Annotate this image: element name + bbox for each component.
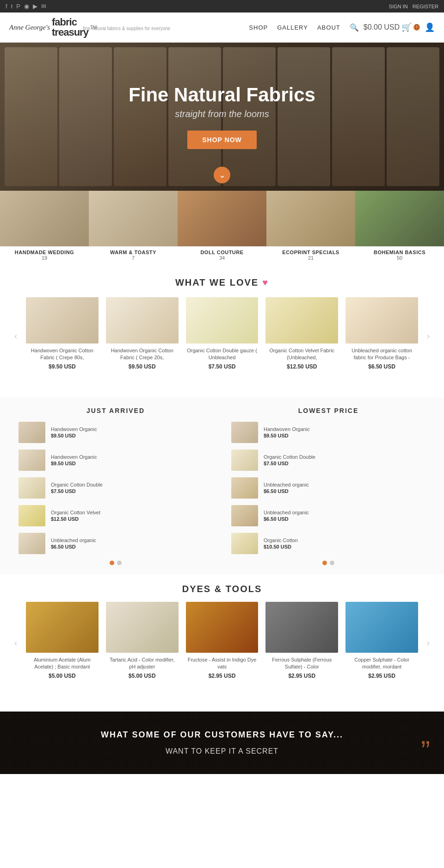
mini-thumbnail bbox=[18, 450, 45, 471]
list-item[interactable]: Organic Cotton Double $7.50 USD bbox=[18, 477, 213, 499]
dyes-prev-arrow[interactable]: ‹ bbox=[9, 602, 22, 684]
dye-name: Fructose - Assist in Indigo Dye vats bbox=[186, 656, 259, 671]
mini-price: $6.50 USD bbox=[264, 488, 426, 494]
cart-icon[interactable]: 🛒 bbox=[401, 22, 412, 32]
list-item[interactable]: Handwoven Organic $9.50 USD bbox=[18, 450, 213, 471]
dye-price: $5.00 USD bbox=[106, 673, 179, 679]
product-price: $7.50 USD bbox=[186, 363, 259, 370]
mini-info: Unbleached organic $6.50 USD bbox=[264, 510, 426, 522]
list-item[interactable]: Unbleached organic $6.50 USD bbox=[18, 533, 213, 554]
prev-arrow[interactable]: ‹ bbox=[9, 297, 22, 375]
lowest-price-col: LOWEST PRICE Handwoven Organic $9.50 USD… bbox=[222, 407, 435, 565]
dyes-title: DYES & TOOLS bbox=[9, 584, 435, 594]
mini-name: Organic Cotton Double bbox=[51, 482, 213, 487]
cart-button[interactable]: $0.00 USD 🛒 0 bbox=[364, 22, 420, 32]
list-item[interactable]: Organic Cotton Double $7.50 USD bbox=[231, 450, 426, 471]
main-nav: SHOP GALLERY ABOUT 🔍 $0.00 USD 🛒 0 👤 bbox=[249, 22, 435, 32]
mini-info: Organic Cotton Double $7.50 USD bbox=[51, 482, 213, 494]
mini-info: Handwoven Organic $9.50 USD bbox=[51, 454, 213, 466]
list-item[interactable]: Unbleached organic $6.50 USD bbox=[231, 477, 426, 499]
category-item[interactable]: ECOPRINT SPECIALS 21 bbox=[266, 191, 355, 263]
dye-price: $2.95 USD bbox=[186, 673, 259, 679]
product-price: $12.50 USD bbox=[265, 363, 338, 370]
section-title-love: WHAT WE LOVE♥ bbox=[9, 277, 435, 288]
dye-thumbnail bbox=[106, 602, 179, 653]
product-card[interactable]: Unbleached organic cotton fabric for Pro… bbox=[342, 297, 422, 375]
product-card[interactable]: Handwoven Organic Cotton Fabric ( Crepe … bbox=[22, 297, 102, 375]
header-icons: 🔍 $0.00 USD 🛒 0 👤 bbox=[350, 22, 435, 32]
nav-shop[interactable]: SHOP bbox=[249, 24, 268, 31]
instagram-icon[interactable]: ◉ bbox=[24, 3, 29, 10]
category-item[interactable]: BOHEMIAN BASICS 50 bbox=[355, 191, 444, 263]
dot-2[interactable] bbox=[117, 561, 122, 565]
email-icon[interactable]: ✉ bbox=[41, 3, 46, 10]
list-item[interactable]: Handwoven Organic $9.50 USD bbox=[18, 422, 213, 443]
mini-price: $9.50 USD bbox=[51, 461, 213, 466]
shop-now-button[interactable]: SHOP NOW bbox=[187, 131, 257, 149]
category-item[interactable]: DOLL COUTURE 34 bbox=[178, 191, 266, 263]
mini-info: Handwoven Organic $9.50 USD bbox=[51, 426, 213, 438]
dyes-next-arrow[interactable]: › bbox=[422, 602, 435, 684]
product-price: $6.50 USD bbox=[345, 363, 418, 370]
category-item[interactable]: WARM & TOASTY 7 bbox=[89, 191, 178, 263]
youtube-icon[interactable]: ▶ bbox=[33, 3, 37, 10]
hero-subtitle: straight from the looms bbox=[129, 109, 315, 119]
mini-info: Organic Cotton Velvet $12.50 USD bbox=[51, 510, 213, 522]
two-col-section: JUST ARRIVED Handwoven Organic $9.50 USD… bbox=[0, 398, 444, 575]
mini-info: Unbleached organic $6.50 USD bbox=[264, 482, 426, 494]
mini-name: Handwoven Organic bbox=[264, 426, 426, 432]
product-name: Organic Cotton Double gauze ( Unbleached bbox=[186, 347, 259, 362]
auth-links: SIGN IN REGISTER bbox=[389, 4, 438, 9]
testimonial-section: WHAT SOME OF OUR CUSTOMERS HAVE TO SAY..… bbox=[0, 712, 444, 774]
testimonial-subtitle: WANT TO KEEP IT A SECRET bbox=[9, 747, 435, 756]
register-link[interactable]: REGISTER bbox=[413, 4, 438, 9]
product-card[interactable]: Organic Cotton Double gauze ( Unbleached… bbox=[182, 297, 262, 375]
mini-thumbnail bbox=[231, 533, 258, 554]
dye-thumbnail bbox=[26, 602, 99, 653]
search-icon[interactable]: 🔍 bbox=[350, 23, 359, 32]
mini-name: Organic Cotton Velvet bbox=[51, 510, 213, 515]
dye-card[interactable]: Ferrous Sulphate (Ferrous Sulfate) - Col… bbox=[262, 602, 342, 684]
mini-price: $9.50 USD bbox=[264, 433, 426, 438]
dot-1[interactable] bbox=[110, 561, 114, 565]
product-thumbnail bbox=[186, 297, 259, 343]
dye-thumbnail bbox=[265, 602, 338, 653]
product-card[interactable]: Organic Cotton Velvet Fabric (Unbleached… bbox=[262, 297, 342, 375]
category-name: HANDMADE WEDDING bbox=[2, 250, 87, 255]
dye-card[interactable]: Fructose - Assist in Indigo Dye vats $2.… bbox=[182, 602, 262, 684]
mini-info: Organic Cotton $10.50 USD bbox=[264, 537, 426, 550]
category-item[interactable]: HANDMADE WEDDING 19 bbox=[0, 191, 89, 263]
product-card[interactable]: Handwoven Organic Cotton Fabric ( Crepe … bbox=[102, 297, 182, 375]
account-icon[interactable]: 👤 bbox=[425, 22, 435, 32]
pinterest-icon[interactable]: P bbox=[16, 3, 20, 10]
mini-thumbnail bbox=[18, 533, 45, 554]
testimonial-title: WHAT SOME OF OUR CUSTOMERS HAVE TO SAY..… bbox=[9, 730, 435, 740]
list-item[interactable]: Unbleached organic $6.50 USD bbox=[231, 505, 426, 526]
scroll-down-button[interactable]: ⌄ bbox=[214, 167, 230, 183]
list-item[interactable]: Handwoven Organic $9.50 USD bbox=[231, 422, 426, 443]
mini-name: Organic Cotton Double bbox=[264, 454, 426, 460]
list-item[interactable]: Organic Cotton Velvet $12.50 USD bbox=[18, 505, 213, 526]
facebook-icon[interactable]: f bbox=[6, 3, 7, 10]
nav-gallery[interactable]: GALLERY bbox=[277, 24, 308, 31]
nav-about[interactable]: ABOUT bbox=[317, 24, 340, 31]
twitter-icon[interactable]: t bbox=[11, 3, 13, 10]
next-arrow[interactable]: › bbox=[422, 297, 435, 375]
products-slider-row: ‹ Handwoven Organic Cotton Fabric ( Crep… bbox=[9, 297, 435, 375]
dye-card[interactable]: Tartaric Acid - Color modifier, pH adjus… bbox=[102, 602, 182, 684]
dyes-slider: Aluminium Acetate (Alum Acetate) ; Basic… bbox=[22, 602, 422, 684]
signin-link[interactable]: SIGN IN bbox=[389, 4, 408, 9]
dye-card[interactable]: Copper Sulphate - Color modifier, mordan… bbox=[342, 602, 422, 684]
dye-name: Tartaric Acid - Color modifier, pH adjus… bbox=[106, 656, 179, 671]
dot-lp-1[interactable] bbox=[322, 561, 327, 565]
category-thumbnail bbox=[0, 191, 89, 246]
dye-card[interactable]: Aluminium Acetate (Alum Acetate) ; Basic… bbox=[22, 602, 102, 684]
dot-lp-2[interactable] bbox=[330, 561, 334, 565]
dye-name: Copper Sulphate - Color modifier, mordan… bbox=[345, 656, 418, 671]
product-thumbnail bbox=[265, 297, 338, 343]
dyes-section: DYES & TOOLS ‹ Aluminium Acetate (Alum A… bbox=[0, 575, 444, 693]
list-item[interactable]: Organic Cotton $10.50 USD bbox=[231, 533, 426, 554]
hero-title: Fine Natural Fabrics bbox=[129, 84, 315, 106]
hero-content: Fine Natural Fabrics straight from the l… bbox=[129, 84, 315, 149]
category-name: WARM & TOASTY bbox=[91, 250, 176, 255]
